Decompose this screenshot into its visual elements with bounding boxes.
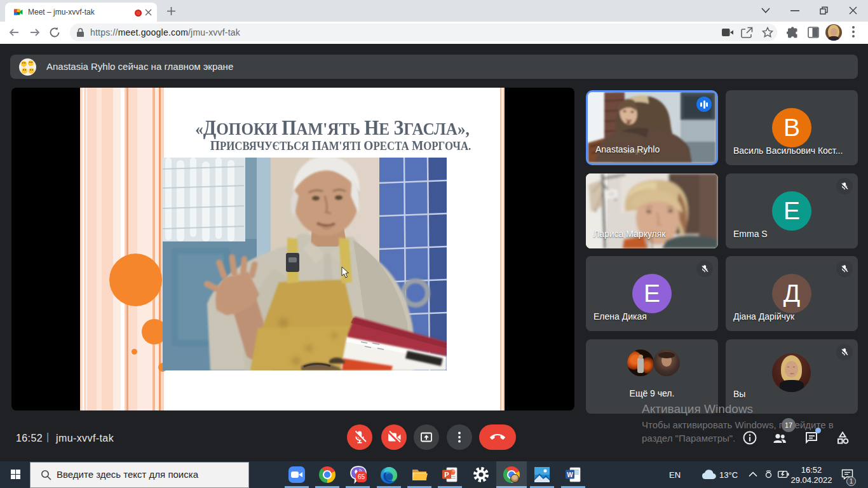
svg-text:P: P (444, 471, 449, 478)
svg-text:W: W (567, 471, 573, 478)
